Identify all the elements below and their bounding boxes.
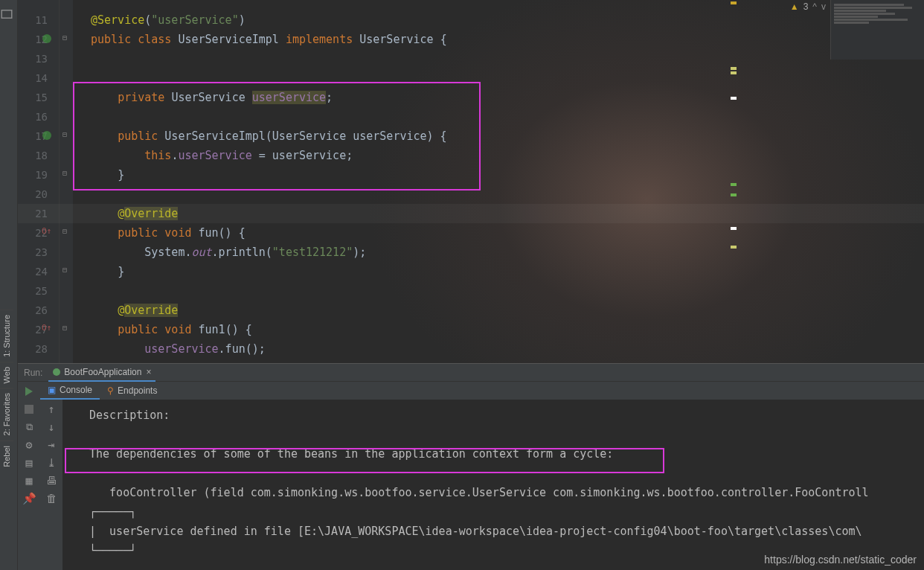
console-line: ┌─────┐ (62, 502, 924, 522)
sidebar-tab-rebel[interactable]: Rebel (0, 441, 13, 472)
marker-stripe[interactable] (731, 246, 737, 249)
code-line[interactable]: 28 userService.fun(); (18, 339, 924, 359)
rerun-button[interactable] (22, 385, 36, 398)
code-line[interactable]: 12public class UserServiceImpl implement… (18, 30, 924, 49)
svg-rect-2 (25, 405, 33, 414)
marker-stripe[interactable] (731, 97, 737, 100)
console-tab[interactable]: ▣ Console (40, 382, 100, 400)
code-text: System.out.println("test121212"); (91, 243, 366, 262)
line-number: 13 (18, 49, 48, 68)
console-output[interactable]: Description:The dependencies of some of … (62, 400, 924, 570)
fold-toggle[interactable]: ⊟ (62, 130, 67, 138)
fold-toggle[interactable]: ⊟ (62, 227, 67, 235)
code-line[interactable]: 24 } (18, 262, 924, 281)
fold-toggle[interactable]: ⊟ (62, 324, 67, 332)
spring-bean-icon[interactable] (42, 33, 54, 45)
code-text: } (91, 165, 124, 185)
close-icon[interactable]: × (146, 367, 151, 377)
code-text: } (91, 262, 124, 281)
console-toolbar: ↑ ↓ ⇥ ⤓ 🖶 🗑 (40, 400, 62, 570)
line-number: 18 (18, 146, 48, 165)
sidebar-tab-structure[interactable]: 1: Structure (0, 310, 13, 362)
spring-bean-icon[interactable] (42, 130, 54, 142)
code-text: @Service("userService") (91, 10, 246, 30)
line-number: 25 (18, 281, 48, 301)
code-text: public UserServiceImpl(UserService userS… (91, 127, 447, 146)
code-text: public class UserServiceImpl implements … (91, 30, 447, 49)
scroll-down-button[interactable]: ↓ (45, 420, 58, 434)
code-line[interactable]: 19 } (18, 165, 924, 185)
line-number: 15 (18, 88, 48, 107)
run-label: Run: (18, 368, 48, 378)
run-header: Run: BootFooApplication × (18, 364, 924, 382)
console-line: fooController (field com.simonking.ws.bo… (62, 483, 924, 502)
trash-button[interactable]: 🗑 (45, 492, 58, 505)
marker-stripe[interactable] (731, 183, 737, 186)
svg-rect-0 (1, 10, 12, 19)
code-line[interactable]: 15 private UserService userService; (18, 88, 924, 107)
run-tool-window: Run: BootFooApplication × ⚙ — ⧉ ⚙ ▤ ▦ 📌 … (18, 363, 924, 570)
code-text: @Override (91, 204, 178, 223)
console-line (62, 425, 924, 444)
code-line[interactable]: 17 public UserServiceImpl(UserService us… (18, 127, 924, 146)
svg-marker-1 (25, 387, 33, 396)
code-line[interactable]: 21 @Override (18, 204, 924, 223)
sidebar-tab-favorites[interactable]: 2: Favorites (0, 388, 13, 440)
svg-point-4 (42, 131, 51, 140)
override-icon[interactable]: O↑ (42, 323, 54, 335)
code-line[interactable]: 27 public void fun1() { (18, 320, 924, 339)
code-line[interactable]: 20 (18, 185, 924, 204)
layout2-icon[interactable]: ▦ (22, 474, 36, 487)
code-minimap[interactable] (830, 0, 924, 60)
scroll-end-button[interactable]: ⤓ (45, 456, 58, 470)
line-number: 16 (18, 107, 48, 127)
pin-icon[interactable]: 📌 (22, 492, 36, 505)
line-number: 28 (18, 339, 48, 359)
svg-point-3 (42, 34, 51, 43)
code-line[interactable]: 26 @Override (18, 301, 924, 320)
settings-icon[interactable]: ⚙ (22, 438, 36, 452)
code-line[interactable]: 11@Service("userService") (18, 10, 924, 30)
fold-toggle[interactable]: ⊟ (62, 266, 67, 274)
code-line[interactable]: 25 (18, 281, 924, 301)
fold-toggle[interactable]: ⊟ (62, 169, 67, 177)
line-number: 21 (18, 204, 48, 223)
code-text: public void fun1() { (91, 320, 252, 339)
override-icon[interactable]: O↑ (42, 226, 54, 238)
console-line (62, 464, 924, 483)
code-line[interactable]: 13 (18, 49, 924, 68)
code-text: @Override (91, 301, 178, 320)
line-number: 14 (18, 68, 48, 88)
scroll-up-button[interactable]: ↑ (45, 403, 58, 416)
soft-wrap-button[interactable]: ⇥ (45, 438, 58, 452)
console-icon: ▣ (48, 385, 56, 395)
marker-stripe[interactable] (731, 193, 737, 196)
marker-stripe[interactable] (731, 71, 737, 74)
code-text: private UserService userService; (91, 88, 333, 107)
code-line[interactable]: 22 public void fun() { (18, 223, 924, 243)
code-line[interactable]: 23 System.out.println("test121212"); (18, 243, 924, 262)
stop-button[interactable] (22, 403, 36, 416)
console-line: | userService defined in file [E:\JAVA_W… (62, 522, 924, 541)
error-stripe[interactable] (823, 0, 830, 363)
code-line[interactable]: 18 this.userService = userService; (18, 146, 924, 165)
run-config-tab[interactable]: BootFooApplication × (48, 364, 155, 382)
print-button[interactable]: 🖶 (45, 474, 58, 487)
line-number: 19 (18, 165, 48, 185)
marker-stripe[interactable] (731, 67, 737, 70)
marker-stripe[interactable] (731, 227, 737, 230)
code-line[interactable]: 16 (18, 107, 924, 127)
project-icon[interactable] (0, 7, 13, 21)
endpoints-tab[interactable]: ⚲ Endpoints (100, 382, 164, 400)
marker-stripe[interactable] (731, 1, 737, 4)
fold-toggle[interactable]: ⊟ (62, 33, 67, 42)
camera-icon[interactable]: ⧉ (22, 420, 36, 434)
code-line[interactable]: 14 (18, 68, 924, 88)
code-text: this.userService = userService; (91, 146, 353, 165)
sidebar-tab-web[interactable]: Web (0, 362, 13, 388)
line-number: 11 (18, 10, 48, 30)
code-text: public void fun() { (91, 223, 246, 243)
console-tab-label: Console (60, 385, 92, 395)
layout-icon[interactable]: ▤ (22, 456, 36, 470)
spring-boot-icon (53, 368, 60, 376)
